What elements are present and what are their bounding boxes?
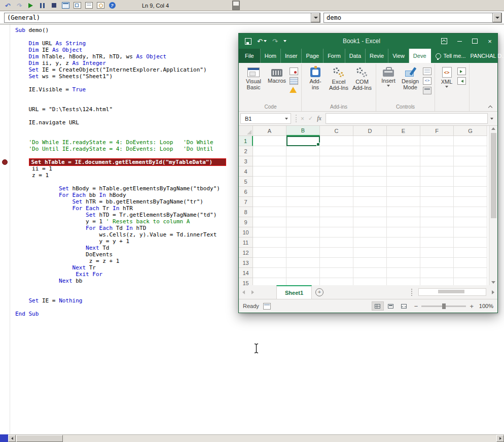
cell-D1[interactable] xyxy=(353,136,387,146)
cell-B8[interactable] xyxy=(286,207,320,217)
cell-G15[interactable] xyxy=(454,278,487,285)
zoom-slider[interactable] xyxy=(421,305,466,307)
macro-security-icon[interactable] xyxy=(290,87,297,93)
row-header-3[interactable]: 3 xyxy=(239,156,253,166)
collapse-ribbon-icon[interactable] xyxy=(488,105,492,109)
cell-E1[interactable] xyxy=(387,136,420,146)
cell-F2[interactable] xyxy=(420,146,454,156)
cell-B6[interactable] xyxy=(286,187,320,197)
sheet-horizontal-scrollbar[interactable] xyxy=(418,288,486,296)
page-break-view-icon[interactable] xyxy=(398,301,410,311)
cell-D9[interactable] xyxy=(353,217,387,227)
name-box[interactable]: B1 xyxy=(240,113,291,124)
sheet-grid[interactable]: ABCDEFG12345678910111213141516 xyxy=(239,126,489,285)
xml-source-button[interactable]: XML xyxy=(437,64,456,88)
cell-E11[interactable] xyxy=(387,237,420,248)
chevron-down-icon[interactable] xyxy=(492,13,501,22)
zoom-slider-thumb[interactable] xyxy=(442,303,446,309)
tab-formulas[interactable]: Form xyxy=(323,49,345,63)
chevron-down-icon[interactable] xyxy=(311,13,320,22)
scroll-up-icon[interactable] xyxy=(491,127,495,130)
row-header-8[interactable]: 8 xyxy=(239,207,253,217)
cell-F4[interactable] xyxy=(420,166,454,177)
cell-C4[interactable] xyxy=(320,166,353,177)
undo-caret-icon[interactable] xyxy=(264,40,267,42)
column-header-E[interactable]: E xyxy=(387,126,420,136)
object-dropdown[interactable]: (General) xyxy=(4,13,320,23)
cell-A12[interactable] xyxy=(253,248,286,258)
cell-E14[interactable] xyxy=(387,268,420,278)
cell-E7[interactable] xyxy=(387,197,420,207)
column-header-D[interactable]: D xyxy=(353,126,387,136)
cell-G5[interactable] xyxy=(454,177,487,187)
cell-E2[interactable] xyxy=(387,146,420,156)
zoom-in-icon[interactable]: + xyxy=(470,303,474,310)
breakpoint-indicator[interactable] xyxy=(2,159,8,165)
cell-E10[interactable] xyxy=(387,227,420,237)
cell-C10[interactable] xyxy=(320,227,353,237)
cell-C1[interactable] xyxy=(320,136,353,146)
tab-splitter-handle[interactable] xyxy=(411,289,414,296)
tab-home[interactable]: Hom xyxy=(261,49,281,63)
cell-C14[interactable] xyxy=(320,268,353,278)
maximize-icon[interactable] xyxy=(467,33,482,49)
cell-C5[interactable] xyxy=(320,177,353,187)
xml-export-icon[interactable] xyxy=(457,77,466,85)
cell-F8[interactable] xyxy=(420,207,454,217)
cell-C13[interactable] xyxy=(320,258,353,268)
run-dialog-icon[interactable] xyxy=(423,87,431,94)
excel-add-ins-button[interactable]: Excel Add-Ins xyxy=(327,64,350,91)
cell-C7[interactable] xyxy=(320,197,353,207)
cell-F3[interactable] xyxy=(420,156,454,166)
cell-B7[interactable] xyxy=(286,197,320,207)
cell-G6[interactable] xyxy=(454,187,487,197)
column-header-G[interactable]: G xyxy=(454,126,487,136)
new-sheet-button[interactable]: + xyxy=(312,285,327,299)
view-code-icon[interactable] xyxy=(423,77,431,85)
com-add-ins-button[interactable]: COM Add-Ins xyxy=(350,64,374,91)
procedure-dropdown[interactable]: demo xyxy=(323,13,502,23)
scroll-down-icon[interactable] xyxy=(491,281,495,284)
cell-F15[interactable] xyxy=(420,278,454,285)
cell-F1[interactable] xyxy=(420,136,454,146)
macro-record-status-icon[interactable] xyxy=(263,303,271,310)
cell-A5[interactable] xyxy=(253,177,286,187)
project-explorer-icon[interactable] xyxy=(72,1,82,10)
cell-A2[interactable] xyxy=(253,146,286,156)
cell-C15[interactable] xyxy=(320,278,353,285)
row-header-14[interactable]: 14 xyxy=(239,268,253,278)
cell-B9[interactable] xyxy=(286,217,320,227)
xml-import-icon[interactable] xyxy=(457,67,466,75)
scroll-right-icon[interactable] xyxy=(496,435,504,442)
row-header-12[interactable]: 12 xyxy=(239,248,253,258)
insert-button[interactable]: Insert xyxy=(378,64,399,87)
row-header-6[interactable]: 6 xyxy=(239,187,253,197)
cell-G12[interactable] xyxy=(454,248,487,258)
formula-input[interactable] xyxy=(326,113,488,124)
cell-C9[interactable] xyxy=(320,217,353,227)
cell-F5[interactable] xyxy=(420,177,454,187)
cell-D8[interactable] xyxy=(353,207,387,217)
ribbon-display-options-icon[interactable] xyxy=(437,33,452,49)
insert-function-icon[interactable]: fx xyxy=(317,115,321,122)
row-header-1[interactable]: 1 xyxy=(239,136,253,146)
cell-B11[interactable] xyxy=(286,237,320,248)
cell-G8[interactable] xyxy=(454,207,487,217)
cell-E3[interactable] xyxy=(387,156,420,166)
cell-C6[interactable] xyxy=(320,187,353,197)
cell-D12[interactable] xyxy=(353,248,387,258)
column-header-F[interactable]: F xyxy=(420,126,454,136)
expand-formula-bar-icon[interactable] xyxy=(488,113,496,124)
sheet-scroll-right-icon[interactable] xyxy=(488,285,497,299)
cell-E15[interactable] xyxy=(387,278,420,285)
cell-G9[interactable] xyxy=(454,217,487,227)
cell-D14[interactable] xyxy=(353,268,387,278)
row-header-10[interactable]: 10 xyxy=(239,227,253,237)
row-header-15[interactable]: 15 xyxy=(239,278,253,285)
cell-A15[interactable] xyxy=(253,278,286,285)
tab-insert[interactable]: Inser xyxy=(281,49,302,63)
cell-E13[interactable] xyxy=(387,258,420,268)
cell-D4[interactable] xyxy=(353,166,387,177)
properties-window-icon[interactable] xyxy=(84,1,94,10)
cell-F9[interactable] xyxy=(420,217,454,227)
